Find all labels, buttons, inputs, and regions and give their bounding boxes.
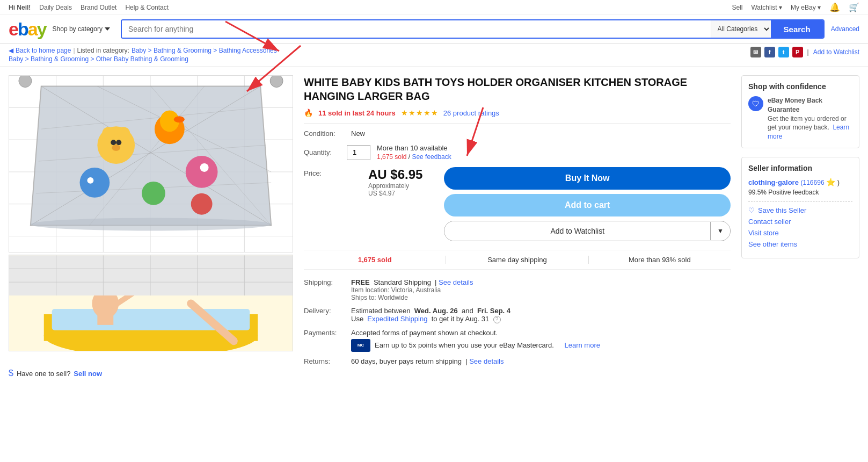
returns-details-link[interactable]: See details xyxy=(469,357,504,365)
nav-watchlist[interactable]: Watchlist ▾ xyxy=(751,4,782,11)
nav-sell[interactable]: Sell xyxy=(732,4,742,11)
sold-ratings-row: 🔥 11 sold in last 24 hours ★ ★ ★ ★ ★ 26 … xyxy=(304,109,731,117)
top-nav-right: Sell Watchlist ▾ My eBay ▾ 🔔 🛒 xyxy=(732,2,859,12)
notification-bell-icon[interactable]: 🔔 xyxy=(829,2,840,12)
sell-now-text: Have one to sell? xyxy=(17,370,70,378)
left-column: $ Have one to sell? Sell now xyxy=(9,75,293,382)
share-facebook-icon[interactable]: f xyxy=(764,47,775,57)
svg-point-38 xyxy=(31,218,271,231)
product-divider xyxy=(304,124,731,124)
add-to-cart-button[interactable]: Add to cart xyxy=(444,194,731,216)
save-seller-link[interactable]: ♡ Save this Seller xyxy=(748,206,852,214)
buy-now-button[interactable]: Buy It Now xyxy=(444,167,731,190)
ebay-logo: ebay xyxy=(9,20,46,38)
sold-count-link[interactable]: 1,675 sold xyxy=(377,153,406,161)
secondary-product-image xyxy=(9,255,293,351)
nav-help-contact[interactable]: Help & Contact xyxy=(125,4,169,11)
visit-store-link[interactable]: Visit store xyxy=(748,229,852,237)
sell-now-link[interactable]: Sell now xyxy=(74,370,102,378)
stat-sold-pct: More than 93% sold xyxy=(589,256,731,264)
breadcrumb-left: ◀ Back to home page | Listed in category… xyxy=(9,47,277,63)
back-home-link[interactable]: ◀ Back to home page xyxy=(9,47,71,54)
confidence-item: 🛡 eBay Money Back Guarantee Get the item… xyxy=(748,96,852,141)
nav-brand-outlet[interactable]: Brand Outlet xyxy=(81,4,116,11)
delivery-label: Delivery: xyxy=(304,307,347,315)
svg-point-37 xyxy=(191,193,213,215)
star-1: ★ xyxy=(401,109,408,117)
svg-point-13 xyxy=(270,75,283,88)
main-content: $ Have one to sell? Sell now WHITE BABY … xyxy=(0,67,868,391)
star-half: ★ xyxy=(431,109,438,117)
nav-daily-deals[interactable]: Daily Deals xyxy=(39,4,72,11)
condition-label: Condition: xyxy=(304,129,347,138)
quantity-input[interactable] xyxy=(347,145,370,160)
feedback-percentage: 99.5% Positive feedback xyxy=(748,189,852,196)
seller-divider xyxy=(748,201,852,202)
svg-point-32 xyxy=(80,168,110,198)
add-to-watchlist-link[interactable]: Add to Watchlist xyxy=(813,48,859,56)
watchlist-dropdown-button[interactable]: ▼ xyxy=(710,222,730,240)
svg-point-28 xyxy=(112,145,120,151)
svg-point-36 xyxy=(142,182,165,205)
sold-last-24h: 11 sold in last 24 hours xyxy=(318,109,396,117)
share-twitter-icon[interactable]: t xyxy=(778,47,789,57)
main-product-image xyxy=(9,75,293,252)
see-other-items-link[interactable]: See other items xyxy=(748,240,852,248)
nav-myebay[interactable]: My eBay ▾ xyxy=(791,4,821,11)
share-email-icon[interactable]: ✉ xyxy=(750,47,761,57)
price-label: Price: xyxy=(304,169,347,177)
quantity-label: Quantity: xyxy=(304,148,347,156)
category-select[interactable]: All Categories xyxy=(711,20,771,38)
breadcrumb-row-2: Baby > Bathing & Grooming > Other Baby B… xyxy=(9,55,277,63)
seller-name-link[interactable]: clothing-galore xyxy=(748,178,799,186)
delivery-date1: Wed. Aug. 26 xyxy=(414,307,458,315)
top-rated-star-icon: ⭐ xyxy=(826,178,835,186)
breadcrumb-right: ✉ f t P | Add to Watchlist xyxy=(750,47,859,57)
svg-point-25 xyxy=(117,127,130,140)
see-feedback-link[interactable]: See feedback xyxy=(412,153,451,161)
center-column: WHITE BABY KIDS BATH TOYS HOLDER ORGANIS… xyxy=(304,75,731,382)
product-title: WHITE BABY KIDS BATH TOYS HOLDER ORGANIS… xyxy=(304,75,731,103)
header: ebay Shop by category All Categories Sea… xyxy=(0,15,868,44)
delivery-date2: Fri. Sep. 4 xyxy=(477,307,510,315)
breadcrumb-link-2[interactable]: Baby > Bathing & Grooming > Other Baby B… xyxy=(9,55,188,63)
svg-point-34 xyxy=(186,156,218,188)
payments-label: Payments: xyxy=(304,329,347,337)
mastercard-learn-more-link[interactable]: Learn more xyxy=(564,341,600,349)
svg-point-31 xyxy=(174,116,185,122)
search-button[interactable]: Search xyxy=(771,20,823,38)
share-pinterest-icon[interactable]: P xyxy=(792,47,803,57)
svg-point-26 xyxy=(111,140,116,145)
top-nav: Hi Neil! Daily Deals Brand Outlet Help &… xyxy=(0,0,868,15)
search-bar: All Categories Search xyxy=(121,19,825,39)
confidence-title: Shop with confidence xyxy=(748,82,852,91)
returns-row: Returns: 60 days, buyer pays return ship… xyxy=(304,357,731,365)
stats-row: 1,675 sold Same day shipping More than 9… xyxy=(304,250,731,270)
shipping-details-link[interactable]: See details xyxy=(439,278,473,286)
shop-by-category[interactable]: Shop by category xyxy=(53,25,110,33)
shipping-section: Shipping: FREE Standard Shipping | See d… xyxy=(304,278,731,365)
svg-point-24 xyxy=(102,127,115,140)
shipping-row: Shipping: FREE Standard Shipping | See d… xyxy=(304,278,731,301)
contact-seller-link[interactable]: Contact seller xyxy=(748,218,852,226)
advanced-link[interactable]: Advanced xyxy=(831,25,859,33)
add-to-watchlist-button[interactable]: Add to Watchlist xyxy=(444,221,710,241)
breadcrumb-link-1[interactable]: Baby > Bathing & Grooming > Bathing Acce… xyxy=(132,47,277,54)
delivery-row: Delivery: Estimated between Wed. Aug. 26… xyxy=(304,307,731,323)
ratings-link[interactable]: 26 product ratings xyxy=(443,109,499,117)
svg-point-33 xyxy=(87,177,93,184)
ships-to: Ships to: Worldwide xyxy=(351,294,473,301)
breadcrumb-bar: ◀ Back to home page | Listed in category… xyxy=(0,44,868,67)
star-4: ★ xyxy=(424,109,431,117)
shipping-label: Shipping: xyxy=(304,278,347,286)
star-rating: ★ ★ ★ ★ ★ xyxy=(401,109,438,117)
cart-icon[interactable]: 🛒 xyxy=(849,2,859,12)
greeting: Hi Neil! xyxy=(9,4,31,11)
svg-point-35 xyxy=(200,163,209,172)
stat-sold: 1,675 sold xyxy=(304,256,446,264)
shield-icon: 🛡 xyxy=(748,96,763,111)
expedited-shipping-link[interactable]: Expedited Shipping xyxy=(367,315,427,323)
shipping-free: FREE Standard Shipping | See details xyxy=(351,278,473,286)
star-3: ★ xyxy=(416,109,423,117)
search-input[interactable] xyxy=(122,20,711,38)
